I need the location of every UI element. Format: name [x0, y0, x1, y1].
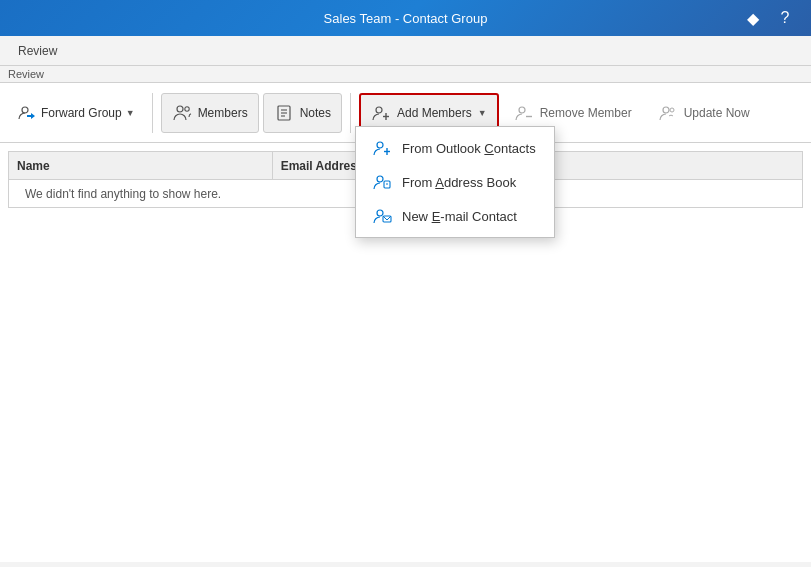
tab-bar: Review [0, 36, 811, 66]
update-icon [658, 103, 678, 123]
separator-2 [350, 93, 351, 133]
from-address-label: From Address Book [402, 175, 516, 190]
empty-message: We didn't find anything to show here. [17, 183, 229, 205]
help-icon[interactable]: ? [771, 4, 799, 32]
update-now-label: Update Now [684, 106, 750, 120]
from-outlook-contacts-item[interactable]: From Outlook Contacts [356, 131, 554, 165]
forward-group-button[interactable]: Forward Group ▼ [8, 93, 144, 133]
notes-icon [274, 103, 294, 123]
add-members-chevron: ▼ [478, 108, 487, 118]
members-label: Members [198, 106, 248, 120]
forward-group-icon [17, 103, 37, 123]
window-title: Sales Team - Contact Group [72, 11, 739, 26]
update-now-button[interactable]: Update Now [647, 93, 761, 133]
add-members-icon [371, 103, 391, 123]
members-button[interactable]: Members [161, 93, 259, 133]
remove-member-icon [514, 103, 534, 123]
title-bar-controls: ◆ ? [739, 4, 799, 32]
forward-group-chevron: ▼ [126, 108, 135, 118]
from-outlook-label: From Outlook Contacts [402, 141, 536, 156]
title-bar: Sales Team - Contact Group ◆ ? [0, 0, 811, 36]
from-address-book-item[interactable]: From Address Book [356, 165, 554, 199]
new-email-contact-item[interactable]: New E-mail Contact [356, 199, 554, 233]
svg-point-14 [377, 142, 383, 148]
diamond-icon[interactable]: ◆ [739, 4, 767, 32]
svg-point-13 [670, 108, 674, 112]
members-icon [172, 103, 192, 123]
col-name: Name [9, 152, 273, 180]
notes-label: Notes [300, 106, 331, 120]
tab-review[interactable]: Review [8, 36, 67, 65]
add-members-label: Add Members [397, 106, 472, 120]
remove-member-label: Remove Member [540, 106, 632, 120]
forward-group-label: Forward Group [41, 106, 122, 120]
from-address-icon [372, 172, 392, 192]
separator-1 [152, 93, 153, 133]
svg-point-12 [663, 107, 669, 113]
new-email-icon [372, 206, 392, 226]
svg-point-7 [376, 107, 382, 113]
svg-point-10 [519, 107, 525, 113]
svg-point-1 [177, 106, 183, 112]
notes-button[interactable]: Notes [263, 93, 342, 133]
svg-point-20 [377, 210, 383, 216]
ribbon-group-label: Review [0, 66, 811, 83]
add-members-dropdown: From Outlook Contacts From Address Book … [355, 126, 555, 238]
from-outlook-icon [372, 138, 392, 158]
new-email-label: New E-mail Contact [402, 209, 517, 224]
svg-point-17 [377, 176, 383, 182]
svg-point-2 [184, 106, 188, 110]
svg-point-0 [22, 107, 28, 113]
